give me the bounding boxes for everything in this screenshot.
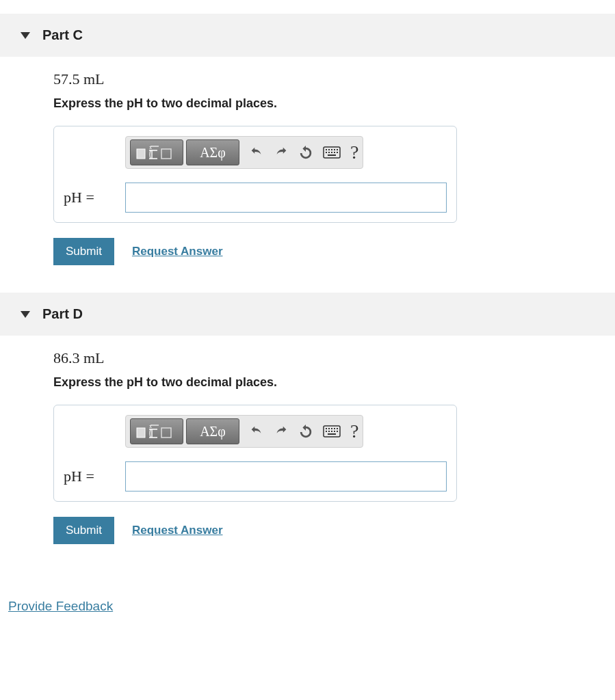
svg-rect-15 — [137, 428, 145, 438]
request-answer-link[interactable]: Request Answer — [132, 524, 223, 537]
toolbar-row: x ΑΣφ — [125, 415, 447, 448]
svg-rect-26 — [331, 431, 332, 432]
svg-rect-23 — [337, 428, 338, 429]
answer-input[interactable] — [125, 183, 447, 213]
input-label: pH = — [64, 468, 117, 485]
request-answer-link[interactable]: Request Answer — [132, 245, 223, 258]
svg-rect-28 — [337, 431, 338, 432]
undo-icon[interactable] — [249, 424, 264, 439]
svg-rect-2 — [161, 149, 171, 159]
redo-icon[interactable] — [274, 145, 289, 160]
svg-rect-27 — [334, 431, 335, 432]
svg-rect-6 — [331, 149, 332, 150]
provide-feedback-link[interactable]: Provide Feedback — [8, 599, 113, 614]
part-body: 86.3 mL Express the pH to two decimal pl… — [0, 336, 615, 558]
keyboard-icon[interactable] — [323, 425, 341, 438]
svg-rect-21 — [331, 428, 332, 429]
svg-rect-5 — [328, 149, 330, 150]
undo-icon[interactable] — [249, 145, 264, 160]
svg-text:x: x — [149, 423, 152, 429]
instruction-text: Express the pH to two decimal places. — [53, 96, 603, 111]
tool-btn-group: x ΑΣφ — [130, 139, 239, 165]
svg-rect-29 — [328, 433, 336, 435]
part-title: Part C — [42, 27, 83, 43]
svg-rect-17 — [161, 428, 171, 438]
svg-rect-7 — [334, 149, 335, 150]
svg-rect-12 — [334, 152, 335, 153]
instruction-text: Express the pH to two decimal places. — [53, 375, 603, 390]
svg-rect-4 — [326, 149, 327, 150]
svg-rect-8 — [337, 149, 338, 150]
greek-button[interactable]: ΑΣφ — [186, 418, 239, 444]
svg-rect-24 — [326, 431, 327, 432]
redo-icon[interactable] — [274, 424, 289, 439]
part-header[interactable]: Part C — [0, 14, 615, 57]
submit-button[interactable]: Submit — [53, 517, 114, 544]
svg-rect-25 — [328, 431, 330, 432]
formula-toolbar: x ΑΣφ — [125, 136, 363, 169]
part-body: 57.5 mL Express the pH to two decimal pl… — [0, 57, 615, 279]
templates-button[interactable]: x — [130, 139, 183, 165]
tool-btn-group: x ΑΣφ — [130, 418, 239, 444]
svg-rect-9 — [326, 152, 327, 153]
keyboard-icon[interactable] — [323, 146, 341, 159]
svg-rect-10 — [328, 152, 330, 153]
answer-box: x ΑΣφ — [53, 405, 457, 502]
svg-rect-0 — [137, 149, 145, 159]
formula-toolbar: x ΑΣφ — [125, 415, 363, 448]
action-row: Submit Request Answer — [53, 517, 603, 544]
toolbar-row: x ΑΣφ — [125, 136, 447, 169]
svg-rect-22 — [334, 428, 335, 429]
help-icon[interactable]: ? — [350, 420, 358, 442]
part-header[interactable]: Part D — [0, 293, 615, 336]
action-row: Submit Request Answer — [53, 238, 603, 265]
part-title: Part D — [42, 306, 83, 322]
answer-box: x ΑΣφ — [53, 126, 457, 223]
input-row: pH = — [64, 461, 447, 492]
svg-rect-20 — [328, 428, 330, 429]
prompt-value: 86.3 mL — [53, 349, 603, 367]
svg-rect-14 — [328, 154, 336, 156]
greek-button[interactable]: ΑΣφ — [186, 139, 239, 165]
svg-rect-13 — [337, 152, 338, 153]
input-label: pH = — [64, 189, 117, 206]
help-icon[interactable]: ? — [350, 142, 358, 163]
reset-icon[interactable] — [298, 424, 313, 439]
input-row: pH = — [64, 183, 447, 213]
reset-icon[interactable] — [298, 145, 313, 160]
svg-rect-11 — [331, 152, 332, 153]
svg-text:x: x — [149, 144, 152, 150]
svg-rect-19 — [326, 428, 327, 429]
greek-label: ΑΣφ — [200, 145, 226, 161]
submit-button[interactable]: Submit — [53, 238, 114, 265]
chevron-down-icon — [21, 32, 30, 39]
prompt-value: 57.5 mL — [53, 70, 603, 88]
greek-label: ΑΣφ — [200, 424, 226, 440]
chevron-down-icon — [21, 311, 30, 318]
templates-button[interactable]: x — [130, 418, 183, 444]
answer-input[interactable] — [125, 461, 447, 492]
